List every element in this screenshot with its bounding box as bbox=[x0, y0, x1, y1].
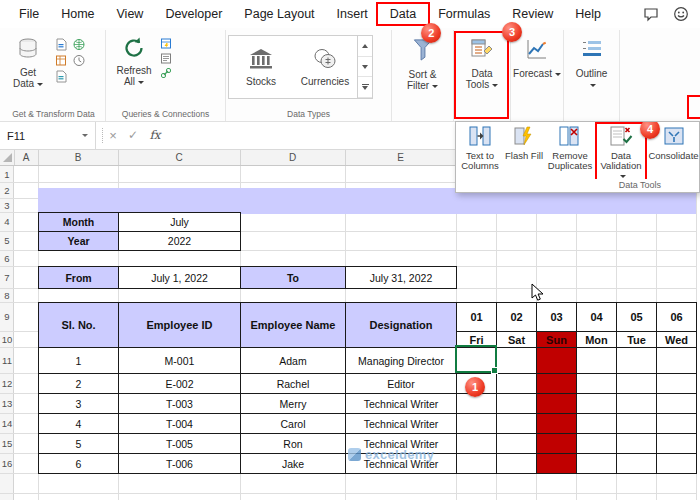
row-header[interactable]: 4 bbox=[0, 212, 14, 231]
tab-page-layout[interactable]: Page Layout bbox=[233, 2, 325, 26]
day-name-cell[interactable]: Mon bbox=[577, 332, 617, 348]
from-value-cell[interactable]: July 1, 2022 bbox=[119, 267, 241, 289]
cell-sl[interactable]: 3 bbox=[39, 394, 119, 414]
remove-duplicates-button[interactable]: Remove Duplicates bbox=[544, 122, 596, 179]
attendance-cell[interactable] bbox=[617, 454, 657, 474]
attendance-cell[interactable] bbox=[577, 374, 617, 394]
attendance-cell[interactable] bbox=[577, 414, 617, 434]
get-data-button[interactable]: Get Data bbox=[4, 32, 52, 89]
day-number-cell[interactable]: 03 bbox=[537, 303, 577, 332]
from-web-button[interactable] bbox=[70, 37, 87, 52]
tab-formulas[interactable]: Formulas bbox=[427, 2, 501, 26]
attendance-cell[interactable] bbox=[497, 374, 537, 394]
attendance-cell[interactable] bbox=[497, 454, 537, 474]
cell-employee-name[interactable]: Carol bbox=[241, 414, 346, 434]
attendance-cell[interactable] bbox=[497, 394, 537, 414]
cell-designation[interactable]: Editor bbox=[346, 374, 457, 394]
attendance-cell-weekend[interactable] bbox=[537, 374, 577, 394]
worksheet-grid[interactable]: A B C D E 1 2 3 4 5 6 7 8 9 10 11 12 13 … bbox=[0, 150, 700, 500]
attendance-cell[interactable] bbox=[497, 348, 537, 374]
row-header[interactable]: 13 bbox=[0, 393, 14, 413]
attendance-cell[interactable] bbox=[497, 434, 537, 454]
attendance-cell-weekend[interactable] bbox=[537, 414, 577, 434]
header-employee-name[interactable]: Employee Name bbox=[241, 303, 346, 348]
from-text-csv-button[interactable] bbox=[52, 37, 69, 52]
enter-icon[interactable]: ✓ bbox=[123, 122, 143, 149]
row-header[interactable]: 12 bbox=[0, 373, 14, 393]
sort-filter-button[interactable]: Sort & Filter bbox=[392, 30, 454, 121]
attendance-cell[interactable] bbox=[657, 434, 697, 454]
attendance-cell[interactable] bbox=[457, 394, 497, 414]
row-header[interactable]: 14 bbox=[0, 413, 14, 433]
year-value-cell[interactable]: 2022 bbox=[119, 232, 241, 251]
attendance-cell[interactable] bbox=[657, 454, 697, 474]
attendance-cell[interactable] bbox=[657, 394, 697, 414]
existing-connections-button[interactable] bbox=[52, 69, 69, 84]
cell-employee-id[interactable]: M-001 bbox=[119, 348, 241, 374]
cell-sl[interactable]: 4 bbox=[39, 414, 119, 434]
cell-employee-name[interactable]: Adam bbox=[241, 348, 346, 374]
selected-cell-f11[interactable] bbox=[455, 345, 497, 373]
day-name-cell-weekend[interactable]: Sun bbox=[537, 332, 577, 348]
month-value-cell[interactable]: July bbox=[119, 213, 241, 232]
from-table-range-button[interactable] bbox=[52, 53, 69, 68]
cell-sl[interactable]: 5 bbox=[39, 434, 119, 454]
cancel-icon[interactable]: × bbox=[103, 122, 123, 149]
tab-view[interactable]: View bbox=[106, 2, 155, 26]
cell-designation[interactable]: Technical Writer bbox=[346, 414, 457, 434]
row-header[interactable]: 8 bbox=[0, 288, 14, 302]
column-header-b[interactable]: B bbox=[38, 150, 118, 166]
day-name-cell[interactable]: Wed bbox=[657, 332, 697, 348]
attendance-cell[interactable] bbox=[577, 434, 617, 454]
select-all-corner[interactable] bbox=[3, 153, 12, 162]
day-name-cell[interactable]: Tue bbox=[617, 332, 657, 348]
attendance-cell[interactable] bbox=[457, 414, 497, 434]
tab-developer[interactable]: Developer bbox=[154, 2, 233, 26]
row-header[interactable]: 5 bbox=[0, 231, 14, 250]
cell-employee-id[interactable]: T-003 bbox=[119, 394, 241, 414]
attendance-cell[interactable] bbox=[617, 414, 657, 434]
cell-employee-name[interactable]: Jake bbox=[241, 454, 346, 474]
comment-icon[interactable] bbox=[640, 3, 662, 25]
row-header[interactable]: 3 bbox=[0, 198, 14, 212]
column-header-c[interactable]: C bbox=[118, 150, 240, 166]
currencies-button[interactable]: Currencies bbox=[293, 36, 357, 98]
tab-home[interactable]: Home bbox=[50, 2, 105, 26]
cell-employee-id[interactable]: T-006 bbox=[119, 454, 241, 474]
cell-sl[interactable]: 1 bbox=[39, 348, 119, 374]
outline-button[interactable]: Outline bbox=[564, 30, 620, 121]
column-header-e[interactable]: E bbox=[345, 150, 456, 166]
day-name-cell[interactable]: Sat bbox=[497, 332, 537, 348]
attendance-cell[interactable] bbox=[457, 434, 497, 454]
gallery-scroll-up-button[interactable] bbox=[358, 36, 372, 57]
tab-file[interactable]: File bbox=[8, 2, 50, 26]
cell-employee-id[interactable]: T-005 bbox=[119, 434, 241, 454]
properties-button[interactable] bbox=[160, 52, 172, 65]
tab-help[interactable]: Help bbox=[564, 2, 612, 26]
name-box[interactable]: F11 bbox=[0, 122, 96, 149]
attendance-cell-weekend[interactable] bbox=[537, 434, 577, 454]
smiley-feedback-icon[interactable] bbox=[670, 3, 692, 25]
to-label-cell[interactable]: To bbox=[241, 267, 346, 289]
cell-employee-id[interactable]: E-002 bbox=[119, 374, 241, 394]
tab-insert[interactable]: Insert bbox=[326, 2, 379, 26]
row-header[interactable]: 2 bbox=[0, 182, 14, 198]
data-tools-button[interactable]: Data Tools 3 bbox=[454, 30, 511, 121]
edit-links-button[interactable] bbox=[160, 67, 172, 80]
row-header[interactable]: 9 bbox=[0, 302, 14, 331]
day-number-cell[interactable]: 04 bbox=[577, 303, 617, 332]
header-sl-no[interactable]: Sl. No. bbox=[39, 303, 119, 348]
attendance-cell-weekend[interactable] bbox=[537, 348, 577, 374]
month-label-cell[interactable]: Month bbox=[39, 213, 119, 232]
stocks-button[interactable]: Stocks bbox=[229, 36, 293, 98]
attendance-cell[interactable] bbox=[577, 454, 617, 474]
attendance-cell[interactable] bbox=[617, 348, 657, 374]
row-header[interactable]: 10 bbox=[0, 331, 14, 347]
attendance-cell[interactable] bbox=[577, 394, 617, 414]
row-header[interactable]: 1 bbox=[0, 166, 14, 182]
attendance-cell-weekend[interactable] bbox=[537, 454, 577, 474]
cell-employee-id[interactable]: T-004 bbox=[119, 414, 241, 434]
cell-employee-name[interactable]: Rachel bbox=[241, 374, 346, 394]
row-header[interactable]: 7 bbox=[0, 266, 14, 288]
recent-sources-button[interactable] bbox=[70, 53, 87, 68]
